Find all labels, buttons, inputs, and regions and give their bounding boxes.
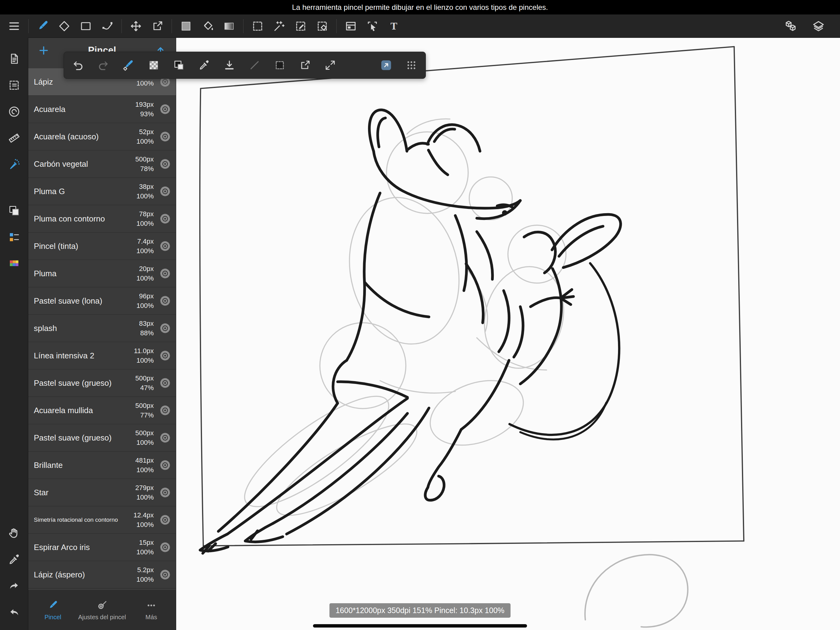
add-brush-button[interactable] (36, 43, 52, 59)
eraser-tool-button[interactable] (55, 17, 74, 35)
tab-more[interactable]: Más (127, 590, 176, 630)
brush-settings-gear[interactable] (158, 403, 173, 418)
brush-item[interactable]: Espirar Arco iris15px100% (28, 534, 176, 561)
brush-settings-gear[interactable] (158, 293, 173, 309)
brush-item[interactable]: Pluma con contorno78px100% (28, 205, 176, 233)
brush-item[interactable]: Pluma20px100% (28, 260, 176, 287)
brush-settings-gear[interactable] (158, 129, 173, 144)
object-select-button[interactable] (363, 17, 382, 35)
brush-settings-gear[interactable] (158, 184, 173, 199)
fill-tool-button[interactable] (198, 17, 217, 35)
brush-item[interactable]: splash83px88% (28, 315, 176, 342)
floating-toolbar[interactable] (64, 52, 426, 79)
default-colors-button[interactable] (5, 201, 24, 220)
redo-button[interactable] (95, 57, 112, 74)
select-pen-tool-button[interactable] (292, 17, 310, 35)
dots-icon (405, 59, 418, 71)
brush-settings-gear[interactable] (158, 348, 173, 363)
brush-settings-gear[interactable] (158, 238, 173, 254)
undo-button[interactable] (69, 57, 87, 74)
brush-name: Pastel suave (lona) (34, 296, 129, 306)
brush-tool-button[interactable] (33, 17, 52, 35)
move-tool-button[interactable] (127, 17, 145, 35)
toolbar-group (243, 17, 336, 35)
line-tool-button[interactable] (246, 57, 263, 74)
tab-brush-settings[interactable]: Ajustes del pincel (77, 590, 127, 630)
brush-settings-gear[interactable] (158, 375, 173, 391)
dock-bar-button[interactable] (377, 57, 395, 74)
brush-opacity: 100% (136, 138, 154, 145)
undocurve-icon (8, 606, 21, 619)
hand-tool-button[interactable] (5, 524, 24, 543)
brush-settings-gear[interactable] (158, 266, 173, 281)
brush-item[interactable]: Carbón vegetal500px78% (28, 150, 176, 178)
brush-item[interactable]: Pastel suave (lona)96px100% (28, 287, 176, 315)
layers-panel-button[interactable] (5, 228, 24, 247)
tab-brush[interactable]: Pincel (28, 590, 77, 630)
undo-side-button[interactable] (5, 603, 24, 622)
brush-settings-gear[interactable] (158, 540, 173, 555)
save-button[interactable] (221, 57, 238, 74)
brush-item[interactable]: Línea intensiva 211.0px100% (28, 342, 176, 369)
brush-item[interactable]: Pluma G38px100% (28, 178, 176, 205)
brush-values: 7.4px100% (129, 238, 154, 255)
brush-item[interactable]: Pastel suave (grueso)500px47% (28, 369, 176, 397)
text-tool-button[interactable]: T (385, 17, 403, 35)
brush-settings-gear[interactable] (158, 156, 173, 172)
fullscreen-button[interactable] (322, 57, 339, 74)
3d-material-button[interactable] (782, 17, 800, 35)
select-eraser-tool-button[interactable] (313, 17, 332, 35)
selection-panel-button[interactable] (5, 76, 24, 95)
brush-settings-gear[interactable] (158, 567, 173, 583)
brush-item[interactable]: Lápiz (áspero)5.2px100% (28, 561, 176, 589)
brush-settings-gear[interactable] (158, 512, 173, 527)
transform-tool-button[interactable] (148, 17, 167, 35)
transparent-color-button[interactable] (145, 57, 163, 74)
brush-name: Simetría rotacional con contorno (34, 516, 129, 523)
materials-button[interactable] (5, 102, 24, 121)
brush-settings-gear[interactable] (158, 430, 173, 445)
brush-eraser-toggle[interactable] (120, 57, 137, 74)
brush-name: splash (34, 324, 129, 333)
brush-settings-gear[interactable] (158, 101, 173, 117)
status-text: 1600*12000px 350dpi 151% Pincel: 10.3px … (335, 606, 504, 615)
palette-button[interactable] (5, 254, 24, 273)
more-icon (146, 600, 157, 611)
brush-item[interactable]: Acuarela193px93% (28, 96, 176, 123)
brush-item[interactable]: Star279px100% (28, 479, 176, 507)
select-rect-tool-button[interactable] (248, 17, 267, 35)
brush-opacity: 88% (140, 330, 154, 337)
brush-settings-gear[interactable] (158, 485, 173, 500)
swap-colors-button[interactable] (171, 57, 188, 74)
float-window-button[interactable] (297, 57, 314, 74)
brush-item[interactable]: Acuarela (acuoso)52px100% (28, 123, 176, 150)
selectlist-icon (8, 79, 21, 92)
drag-handle[interactable] (403, 57, 420, 74)
pages-button[interactable] (5, 49, 24, 68)
menu-button[interactable] (5, 17, 24, 35)
brush-settings-gear[interactable] (158, 211, 173, 226)
selection-state-button[interactable] (271, 57, 288, 74)
brush-item[interactable]: Pincel (tinta)7.4px100% (28, 233, 176, 260)
home-indicator[interactable] (313, 624, 527, 628)
export-icon (299, 59, 311, 71)
magic-wand-tool-button[interactable] (270, 17, 288, 35)
curve-tool-button[interactable] (98, 17, 117, 35)
shape-tool-button[interactable] (77, 17, 95, 35)
brush-item[interactable]: Simetría rotacional con contorno12.4px10… (28, 507, 176, 534)
layers-button[interactable] (809, 17, 828, 35)
divide-canvas-button[interactable] (342, 17, 360, 35)
redo-side-button[interactable] (5, 576, 24, 595)
eyedropper-button[interactable] (196, 57, 213, 74)
brush-settings-gear[interactable] (158, 321, 173, 336)
ruler-button[interactable] (5, 128, 24, 148)
brush-item[interactable]: Pastel suave (grueso)500px100% (28, 424, 176, 451)
brush-settings-gear[interactable] (158, 457, 173, 473)
eyedropper-tool-button[interactable] (5, 550, 24, 569)
brush-item[interactable]: Acuarela mullida500px77% (28, 397, 176, 424)
brush-item[interactable]: Brillante481px100% (28, 451, 176, 479)
color-swatch-button[interactable] (177, 17, 195, 35)
canvas[interactable] (176, 38, 840, 630)
gradient-tool-button[interactable] (220, 17, 238, 35)
brush-panel-button[interactable] (5, 155, 24, 174)
